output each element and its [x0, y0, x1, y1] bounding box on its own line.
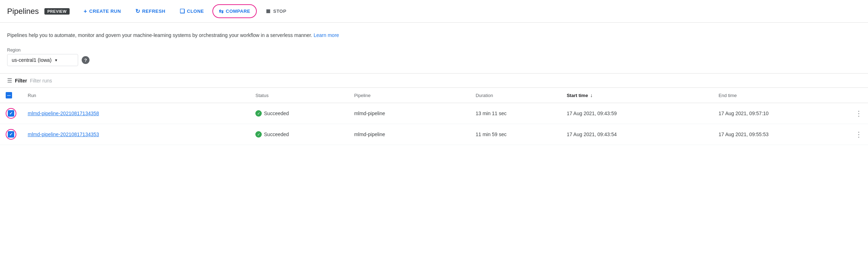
table-row: mlmd-pipeline-20210817134358 ✓ Succeeded… — [0, 103, 868, 124]
row2-more-cell[interactable]: ⋮ — [850, 124, 868, 145]
table-row: mlmd-pipeline-20210817134353 ✓ Succeeded… — [0, 124, 868, 145]
row2-checkbox-cell[interactable] — [0, 124, 22, 145]
copy-icon: ❑ — [180, 8, 185, 15]
page-title: Pipelines — [7, 7, 39, 16]
row2-checkbox[interactable] — [8, 131, 14, 138]
stop-button[interactable]: ⏹ STOP — [260, 5, 292, 17]
row2-status-icon: ✓ — [255, 131, 262, 138]
chevron-down-icon: ▼ — [54, 58, 58, 62]
compare-button[interactable]: ⇆ COMPARE — [212, 4, 256, 18]
plus-icon: + — [84, 8, 87, 15]
description-section: Pipelines help you to automate, monitor … — [0, 23, 868, 43]
description-text: Pipelines help you to automate, monitor … — [7, 32, 312, 38]
row1-status-icon: ✓ — [255, 110, 262, 117]
th-duration: Duration — [470, 88, 561, 103]
preview-badge: PREVIEW — [44, 8, 69, 15]
filter-label: Filter — [15, 78, 27, 84]
row1-status-text: Succeeded — [264, 111, 289, 116]
row1-start-time-cell: 17 Aug 2021, 09:43:59 — [561, 103, 713, 124]
region-section: Region us-central1 (Iowa) ▼ ? — [0, 43, 868, 73]
th-run: Run — [22, 88, 250, 103]
row1-checkbox[interactable] — [8, 110, 14, 117]
row2-pipeline-cell: mlmd-pipeline — [348, 124, 470, 145]
row1-more-icon[interactable]: ⋮ — [855, 109, 862, 117]
row1-more-cell[interactable]: ⋮ — [850, 103, 868, 124]
sort-desc-icon: ↓ — [590, 92, 593, 98]
learn-more-link[interactable]: Learn more — [314, 32, 339, 38]
clone-button[interactable]: ❑ CLONE — [174, 5, 210, 17]
region-dropdown[interactable]: us-central1 (Iowa) ▼ — [7, 54, 78, 66]
region-value: us-central1 (Iowa) — [12, 57, 51, 63]
row1-run-link[interactable]: mlmd-pipeline-20210817134358 — [28, 111, 99, 116]
filter-bar: ☰ Filter Filter runs — [0, 73, 868, 88]
row1-checkbox-cell[interactable] — [0, 103, 22, 124]
th-actions — [850, 88, 868, 103]
row2-duration-cell: 11 min 59 sec — [470, 124, 561, 145]
row1-status-cell: ✓ Succeeded — [250, 103, 348, 124]
region-select-wrapper: us-central1 (Iowa) ▼ ? — [7, 54, 861, 66]
row2-end-time-cell: 17 Aug 2021, 09:55:53 — [713, 124, 850, 145]
filter-placeholder[interactable]: Filter runs — [30, 78, 52, 84]
row1-checked-circle[interactable] — [6, 108, 16, 119]
row1-duration-cell: 13 min 11 sec — [470, 103, 561, 124]
help-icon[interactable]: ? — [82, 56, 89, 64]
row1-end-time-cell: 17 Aug 2021, 09:57:10 — [713, 103, 850, 124]
region-label: Region — [7, 48, 861, 53]
row2-status-text: Succeeded — [264, 132, 289, 137]
row2-run-link[interactable]: mlmd-pipeline-20210817134353 — [28, 132, 99, 137]
stop-icon: ⏹ — [265, 8, 271, 15]
runs-table-container: Run Status Pipeline Duration Start time … — [0, 88, 868, 145]
compare-icon: ⇆ — [219, 8, 224, 15]
refresh-icon: ↻ — [135, 8, 140, 15]
create-run-button[interactable]: + CREATE RUN — [78, 5, 127, 17]
runs-table: Run Status Pipeline Duration Start time … — [0, 88, 868, 145]
row1-run-cell: mlmd-pipeline-20210817134358 — [22, 103, 250, 124]
th-status: Status — [250, 88, 348, 103]
row1-pipeline-cell: mlmd-pipeline — [348, 103, 470, 124]
row2-checked-circle[interactable] — [6, 129, 16, 140]
table-header-row: Run Status Pipeline Duration Start time … — [0, 88, 868, 103]
row2-start-time-cell: 17 Aug 2021, 09:43:54 — [561, 124, 713, 145]
th-start-time[interactable]: Start time ↓ — [561, 88, 713, 103]
th-pipeline: Pipeline — [348, 88, 470, 103]
refresh-button[interactable]: ↻ REFRESH — [130, 5, 171, 17]
row2-more-icon[interactable]: ⋮ — [855, 130, 862, 138]
row2-run-cell: mlmd-pipeline-20210817134353 — [22, 124, 250, 145]
select-all-header[interactable] — [0, 88, 22, 103]
filter-icon: ☰ — [7, 77, 12, 84]
row2-status-cell: ✓ Succeeded — [250, 124, 348, 145]
toolbar: Pipelines PREVIEW + CREATE RUN ↻ REFRESH… — [0, 0, 868, 23]
th-end-time: End time — [713, 88, 850, 103]
deselect-all-checkbox[interactable] — [6, 92, 12, 98]
